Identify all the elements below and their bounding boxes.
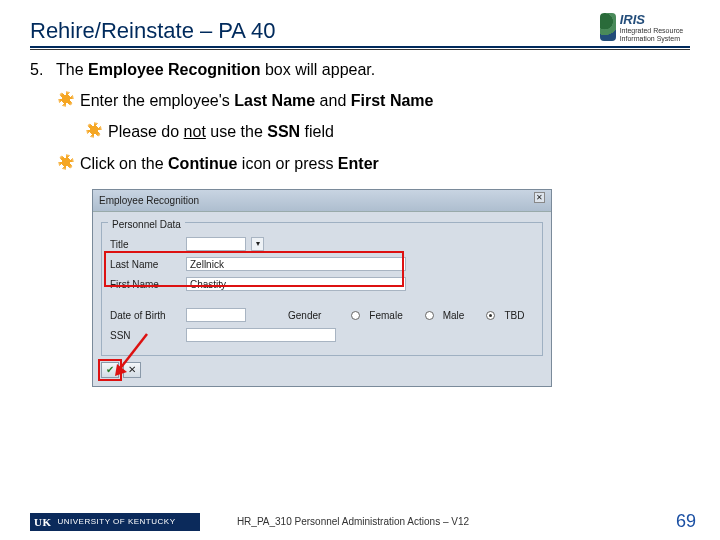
t: Enter the employee's bbox=[80, 92, 234, 109]
step-text: The Employee Recognition box will appear… bbox=[56, 56, 375, 83]
page-number: 69 bbox=[676, 511, 696, 532]
lastname-input[interactable]: Zellnick bbox=[186, 257, 406, 271]
iris-logo-sub: Integrated Resource Information System bbox=[620, 27, 690, 42]
t: Please do bbox=[108, 123, 184, 140]
continue-button[interactable]: ✔ bbox=[101, 362, 119, 378]
personnel-data-group: Personnel Data Title ▾ Last Name Zellnic… bbox=[101, 222, 543, 356]
bullet-continue: Click on the Continue icon or press Ente… bbox=[80, 150, 379, 177]
title-help-icon[interactable]: ▾ bbox=[251, 237, 264, 251]
label-gender: Gender bbox=[288, 307, 321, 324]
radio-male-label: Male bbox=[443, 307, 465, 324]
radio-tbd[interactable] bbox=[486, 311, 495, 320]
t: First Name bbox=[351, 92, 434, 109]
label-ssn: SSN bbox=[110, 327, 180, 344]
step-text-pre: The bbox=[56, 61, 88, 78]
bullet-icon bbox=[86, 122, 102, 138]
label-lastname: Last Name bbox=[110, 256, 180, 273]
label-firstname: First Name bbox=[110, 276, 180, 293]
t: Enter bbox=[338, 155, 379, 172]
close-icon[interactable]: ✕ bbox=[534, 192, 545, 203]
t: use the bbox=[206, 123, 267, 140]
t: Click on the bbox=[80, 155, 168, 172]
label-title: Title bbox=[110, 236, 180, 253]
bullet-icon bbox=[58, 91, 74, 107]
radio-female-label: Female bbox=[369, 307, 402, 324]
t: Last Name bbox=[234, 92, 315, 109]
t: not bbox=[184, 123, 206, 140]
divider bbox=[30, 49, 690, 50]
radio-male[interactable] bbox=[425, 311, 434, 320]
step-text-post: box will appear. bbox=[260, 61, 375, 78]
footer-text: HR_PA_310 Personnel Administration Actio… bbox=[30, 516, 676, 527]
radio-female[interactable] bbox=[351, 311, 360, 320]
iris-logo: IRIS Integrated Resource Information Sys… bbox=[600, 10, 690, 44]
dob-input[interactable] bbox=[186, 308, 246, 322]
t: Continue bbox=[168, 155, 237, 172]
bullet-no-ssn: Please do not use the SSN field bbox=[108, 118, 334, 145]
iris-logo-text: IRIS bbox=[620, 12, 690, 27]
t: and bbox=[315, 92, 351, 109]
step-number: 5. bbox=[30, 56, 48, 83]
sap-dialog-title: Employee Recognition bbox=[99, 192, 199, 209]
bullet-icon bbox=[58, 154, 74, 170]
t: SSN bbox=[267, 123, 300, 140]
t: field bbox=[300, 123, 334, 140]
bullet-enter-names: Enter the employee's Last Name and First… bbox=[80, 87, 433, 114]
iris-logo-mark bbox=[600, 13, 616, 41]
label-dob: Date of Birth bbox=[110, 307, 180, 324]
title-input[interactable] bbox=[186, 237, 246, 251]
page-title: Rehire/Reinstate – PA 40 bbox=[30, 18, 600, 44]
step-text-bold: Employee Recognition bbox=[88, 61, 260, 78]
firstname-input[interactable]: Chastity bbox=[186, 277, 406, 291]
sap-dialog: Employee Recognition ✕ Personnel Data Ti… bbox=[92, 189, 552, 387]
t: icon or press bbox=[237, 155, 337, 172]
group-legend: Personnel Data bbox=[108, 216, 185, 233]
radio-tbd-label: TBD bbox=[504, 307, 524, 324]
ssn-input[interactable] bbox=[186, 328, 336, 342]
cancel-button[interactable]: ✕ bbox=[123, 362, 141, 378]
